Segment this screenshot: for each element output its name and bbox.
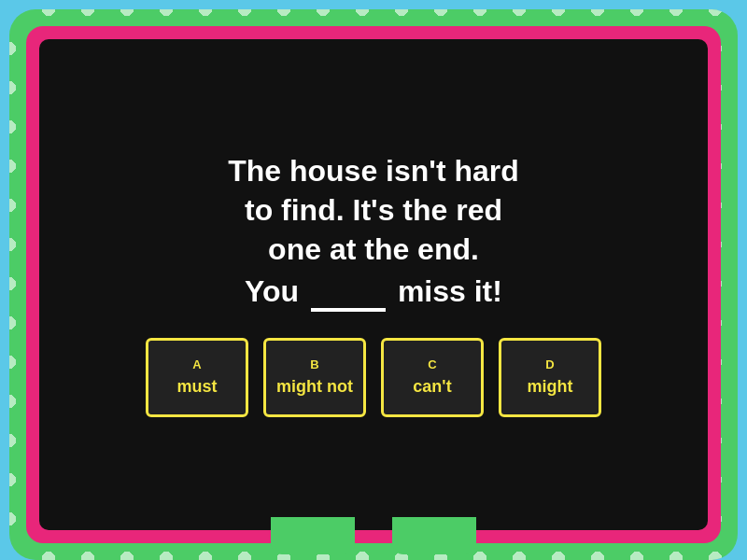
content-area: The house isn't hard to find. It's the r… [39, 39, 708, 530]
question-line2: to find. It's the red [245, 193, 502, 227]
answer-b-button[interactable]: B might not [263, 338, 366, 417]
answer-a-letter: A [192, 357, 201, 371]
answer-b-word: might not [276, 377, 353, 397]
question-line4-suffix: miss it! [398, 274, 502, 308]
answer-a-word: must [176, 377, 217, 397]
answer-c-word: can't [413, 377, 451, 397]
outer-frame: The house isn't hard to find. It's the r… [9, 9, 738, 560]
question-line1: The house isn't hard [228, 154, 519, 188]
answer-d-letter: D [545, 357, 554, 371]
answer-a-button[interactable]: A must [146, 338, 248, 417]
answer-d-button[interactable]: D might [499, 338, 601, 417]
answers-row: A must B might not C can't D might [146, 338, 601, 417]
bottom-tabs [271, 517, 476, 554]
question-line4-prefix: You [245, 274, 299, 308]
answer-b-letter: B [310, 357, 318, 371]
inner-frame: The house isn't hard to find. It's the r… [26, 26, 721, 543]
bottom-tab-left [271, 517, 355, 554]
answer-c-button[interactable]: C can't [381, 338, 484, 417]
bottom-tab-right [392, 517, 476, 554]
question-line3: one at the end. [268, 232, 479, 266]
answer-c-letter: C [428, 357, 436, 371]
question-blank [311, 269, 386, 312]
question-text: The house isn't hard to find. It's the r… [228, 152, 519, 311]
answer-d-word: might [528, 377, 573, 397]
